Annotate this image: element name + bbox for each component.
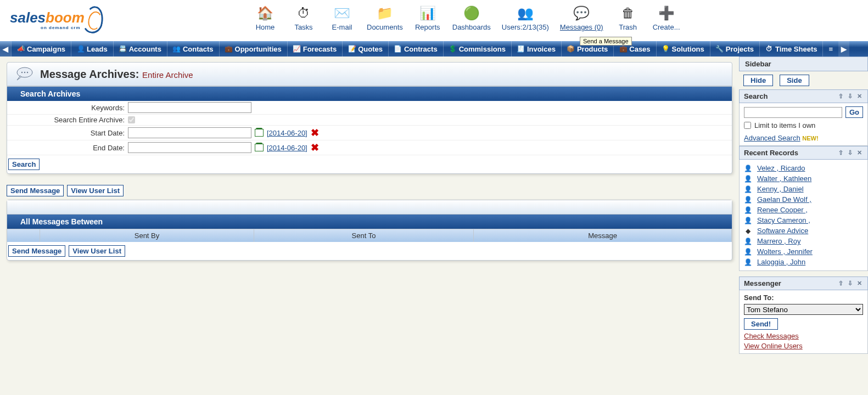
recent-record-item[interactable]: 👤Velez , Ricardo	[744, 163, 863, 173]
calendar-icon[interactable]	[255, 129, 264, 137]
top-users[interactable]: 👥Users:2/13(35)	[502, 4, 549, 31]
sidebar-search-input[interactable]	[744, 107, 842, 118]
col-sent-by[interactable]: Sent By	[40, 229, 254, 242]
pin-icon[interactable]: ⇩	[847, 149, 854, 156]
hide-button[interactable]: Hide	[743, 75, 773, 86]
messages-icon: 💬	[573, 4, 590, 22]
top-tasks[interactable]: ⏱Tasks	[290, 4, 317, 31]
go-button[interactable]: Go	[845, 106, 863, 118]
recent-record-item[interactable]: 👤Renee Cooper ,	[744, 205, 863, 215]
top-documents[interactable]: 📁Documents	[367, 4, 403, 31]
keywords-input[interactable]	[128, 102, 251, 113]
message-bubble-icon	[13, 66, 35, 82]
person-icon: 👤	[744, 175, 752, 183]
nav-solutions[interactable]: 💡Solutions	[656, 41, 710, 57]
recent-records-title: Recent Records	[744, 149, 798, 157]
collapse-icon[interactable]: ⇧	[837, 93, 844, 100]
nav-more[interactable]: ≡	[822, 41, 838, 57]
recent-record-item[interactable]: 👤Laloggia , John	[744, 257, 863, 267]
svg-point-2	[24, 72, 25, 73]
pin-icon[interactable]: ⇩	[847, 93, 854, 100]
top-trash[interactable]: 🗑Trash	[614, 4, 642, 31]
col-sent-to[interactable]: Sent To	[254, 229, 474, 242]
recent-records-bar: Recent Records ⇧⇩✕	[739, 146, 868, 160]
logo[interactable]: salesboom on demand crm	[10, 4, 103, 35]
nav-quotes[interactable]: 📝Quotes	[342, 41, 388, 57]
search-button[interactable]: Search	[8, 159, 40, 170]
recent-record-item[interactable]: 👤Marrero , Roy	[744, 236, 863, 246]
calendar-icon[interactable]	[255, 144, 264, 151]
top-email[interactable]: ✉️E-mail	[328, 4, 356, 31]
recent-record-item[interactable]: 👤Stacy Cameron ,	[744, 215, 863, 225]
nav-invoices[interactable]: 🧾Invoices	[511, 41, 561, 57]
recent-record-link[interactable]: Kenny , Daniel	[757, 185, 804, 193]
top-home[interactable]: 🏠Home	[251, 4, 279, 31]
top-header: salesboom on demand crm 🏠Home ⏱Tasks ✉️E…	[0, 0, 868, 41]
recent-record-link[interactable]: Gaelan De Wolf ,	[757, 195, 811, 204]
close-icon[interactable]: ✕	[856, 149, 863, 156]
nav-right-arrow[interactable]: ▶	[838, 41, 849, 57]
nav-time-sheets[interactable]: ⏱Time Sheets	[759, 41, 822, 57]
svg-point-1	[21, 72, 23, 73]
send-button[interactable]: Send!	[744, 318, 778, 330]
pin-icon[interactable]: ⇩	[847, 280, 854, 287]
end-date-link[interactable]: [2014-06-20]	[267, 144, 307, 152]
side-button[interactable]: Side	[780, 75, 809, 86]
reports-icon: 📊	[419, 4, 436, 22]
contacts-icon: 👥	[173, 45, 181, 53]
entire-archive-checkbox[interactable]	[128, 116, 135, 123]
dashboards-icon: 🟢	[463, 4, 480, 22]
advanced-search-link[interactable]: Advanced Search	[744, 134, 800, 142]
tooltip-send-message: Send a Message	[580, 37, 632, 46]
collapse-icon[interactable]: ⇧	[837, 280, 844, 287]
send-to-select[interactable]: Tom Stefano	[744, 304, 863, 315]
recent-record-link[interactable]: Renee Cooper ,	[757, 206, 808, 214]
start-date-link[interactable]: [2014-06-20]	[267, 129, 307, 137]
recent-record-link[interactable]: Velez , Ricardo	[757, 164, 805, 172]
nav-projects[interactable]: 🔧Projects	[710, 41, 759, 57]
collapse-icon[interactable]: ⇧	[837, 149, 844, 156]
top-messages[interactable]: 💬Messages (0)	[560, 4, 603, 31]
recent-record-link[interactable]: Walter , Kathleen	[757, 174, 811, 183]
start-date-input[interactable]	[128, 127, 251, 138]
clear-start-date-icon[interactable]: ✖	[311, 127, 319, 139]
nav-contracts[interactable]: 📄Contracts	[388, 41, 443, 57]
recent-record-link[interactable]: Laloggia , John	[757, 258, 805, 266]
close-icon[interactable]: ✕	[856, 280, 863, 287]
nav-leads[interactable]: 👤Leads	[71, 41, 113, 57]
person-icon: 👤	[744, 206, 752, 214]
invoices-icon: 🧾	[517, 45, 525, 53]
top-reports[interactable]: 📊Reports	[414, 4, 441, 31]
view-online-users-link[interactable]: View Online Users	[744, 342, 863, 350]
nav-accounts[interactable]: 📇Accounts	[113, 41, 167, 57]
recent-record-item[interactable]: 👤Wolters , Jennifer	[744, 246, 863, 257]
accounts-icon: 📇	[119, 45, 127, 53]
recent-record-item[interactable]: 👤Gaelan De Wolf ,	[744, 194, 863, 205]
recent-record-link[interactable]: Marrero , Roy	[757, 237, 800, 245]
nav-commissions[interactable]: 💲Commissions	[443, 41, 511, 57]
opportunities-icon: 💼	[225, 45, 233, 53]
view-user-list-button-2[interactable]: View User List	[69, 245, 125, 257]
recent-record-item[interactable]: 👤Kenny , Daniel	[744, 184, 863, 194]
send-message-button[interactable]: Send Message	[7, 185, 64, 196]
col-message[interactable]: Message	[474, 229, 732, 242]
nav-opportunities[interactable]: 💼Opportunities	[219, 41, 287, 57]
recent-record-link[interactable]: Wolters , Jennifer	[757, 247, 813, 256]
clear-end-date-icon[interactable]: ✖	[311, 142, 319, 154]
recent-record-item[interactable]: 👤Walter , Kathleen	[744, 173, 863, 184]
recent-record-item[interactable]: ◆Software Advice	[744, 225, 863, 236]
nav-forecasts[interactable]: 📈Forecasts	[287, 41, 342, 57]
view-user-list-button[interactable]: View User List	[67, 185, 124, 196]
recent-record-link[interactable]: Software Advice	[757, 227, 808, 235]
end-date-input[interactable]	[128, 142, 251, 153]
top-create[interactable]: ➕Create...	[653, 4, 680, 31]
nav-contacts[interactable]: 👥Contacts	[167, 41, 219, 57]
recent-record-link[interactable]: Stacy Cameron ,	[757, 216, 810, 224]
nav-left-arrow[interactable]: ◀	[0, 41, 11, 57]
nav-campaigns[interactable]: 📣Campaigns	[11, 41, 71, 57]
close-icon[interactable]: ✕	[856, 93, 863, 100]
top-dashboards[interactable]: 🟢Dashboards	[452, 4, 491, 31]
check-messages-link[interactable]: Check Messages	[744, 332, 863, 340]
limit-items-checkbox[interactable]	[744, 122, 751, 129]
send-message-button-2[interactable]: Send Message	[8, 245, 65, 257]
